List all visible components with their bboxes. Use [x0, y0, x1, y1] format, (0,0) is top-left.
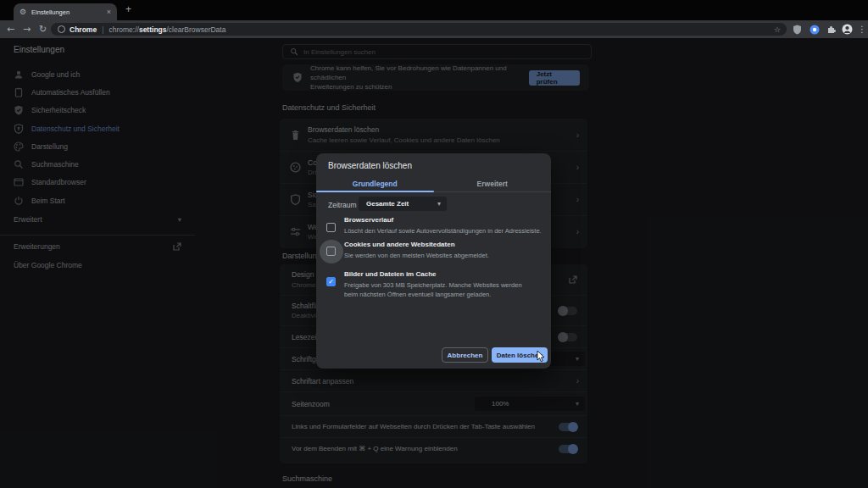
menu-icon[interactable]: ⋮ [858, 20, 866, 38]
tab-strip: ⚙ Einstellungen × + [0, 0, 868, 20]
extension-shield-icon[interactable] [793, 20, 802, 38]
checkbox-browsing-history[interactable] [326, 223, 336, 232]
checkbox-cached-images[interactable]: ✓ [326, 277, 336, 286]
bookmark-star-icon[interactable]: ☆ [774, 25, 781, 34]
url-text: chrome://settings/clearBrowserData [108, 25, 225, 34]
item-title: Bilder und Dateien im Cache [344, 270, 436, 278]
url-host: settings [139, 25, 167, 34]
checkbox-cookies[interactable] [326, 247, 336, 256]
dialog-title: Browserdaten löschen [328, 161, 412, 170]
browser-window: ⚙ Einstellungen × + ← → ↻ Chrome | chrom… [0, 0, 868, 488]
new-tab-button[interactable]: + [125, 3, 131, 15]
tab-title: Einstellungen [31, 8, 103, 16]
item-desc: Sie werden von den meisten Websites abge… [344, 251, 489, 260]
chrome-chip-icon [58, 25, 65, 33]
time-range-label: Zeitraum [328, 201, 357, 209]
url-scheme: chrome:// [108, 25, 138, 34]
item-title: Browserverlauf [344, 216, 393, 224]
tab-close-icon[interactable]: × [107, 8, 111, 16]
extensions-puzzle-icon[interactable] [827, 20, 837, 38]
url-path: /clearBrowserData [167, 25, 226, 34]
clear-browsing-data-dialog: Browserdaten löschen Grundlegend Erweite… [316, 153, 551, 369]
chip-separator: | [102, 25, 103, 34]
forward-icon[interactable]: → [23, 20, 31, 38]
profile-avatar[interactable] [842, 20, 853, 38]
time-range-select[interactable]: Gesamte Zeit ▾ [359, 197, 447, 211]
site-chip-label: Chrome [70, 25, 97, 34]
tab-grundlegend[interactable]: Grundlegend [316, 176, 434, 191]
item-desc: Freigabe von 303 MB Speicherplatz. Manch… [344, 280, 526, 299]
settings-gear-icon: ⚙ [19, 8, 26, 16]
address-bar[interactable]: Chrome | chrome://settings/clearBrowserD… [51, 23, 787, 36]
back-icon[interactable]: ← [7, 20, 14, 38]
item-desc: Löscht den Verlauf sowie Autovervollstän… [344, 226, 542, 236]
reload-icon[interactable]: ↻ [39, 20, 47, 38]
toolbar: ← → ↻ Chrome | chrome://settings/clearBr… [0, 20, 868, 38]
time-range-value: Gesamte Zeit [366, 200, 409, 208]
dialog-tabs: Grundlegend Erweitert [316, 176, 551, 191]
dropdown-arrow-icon: ▾ [437, 200, 441, 208]
item-title: Cookies und andere Websitedaten [344, 241, 455, 248]
checkmark-icon: ✓ [328, 278, 334, 286]
extension-blue-icon[interactable] [810, 20, 820, 38]
mouse-cursor [537, 351, 547, 363]
tab-einstellungen[interactable]: ⚙ Einstellungen × [14, 3, 117, 20]
active-tab-underline [316, 191, 434, 192]
cancel-button[interactable]: Abbrechen [442, 347, 488, 363]
tab-erweitert[interactable]: Erweitert [434, 176, 552, 191]
